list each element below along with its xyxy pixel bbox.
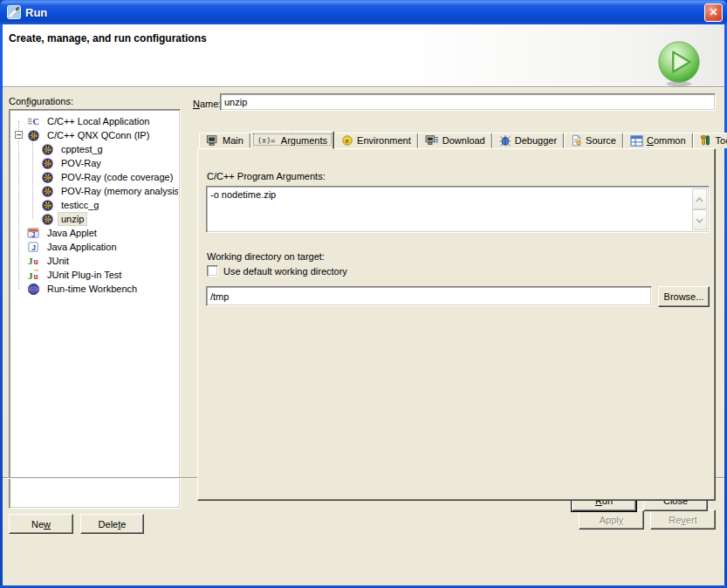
debugger-icon [499,134,511,147]
tree-item-label: testicc_g [58,199,101,211]
titlebar: Run ✕ [0,0,727,24]
banner-title: Create, manage, and run configurations [9,32,207,44]
textarea-scrollbar [692,188,707,230]
workbench-icon [27,283,41,296]
tab-arguments[interactable]: (x)=Arguments [250,131,334,149]
download-icon [425,134,439,147]
browse-button-label: Browse... [664,291,704,302]
tree-item-label: POV-Ray (code coverage) [58,171,175,183]
tree-item-java-applet[interactable]: JJava Applet [11,226,178,240]
scroll-down-button[interactable] [692,209,707,230]
new-button[interactable]: New [9,514,73,534]
tree-item-label: Java Applet [45,227,99,239]
tab-label: Arguments [281,135,327,146]
tree-item-label: JUnit [45,255,72,267]
tree-item-label: Java Application [45,241,120,253]
tree-item-pov-ray-memory-analysis[interactable]: POV-Ray (memory analysis) [11,184,178,198]
tree-item-testicc-g[interactable]: testicc_g [11,198,178,212]
program-arguments-textarea[interactable]: -o nodetime.zip [206,186,710,233]
close-icon: ✕ [709,6,717,18]
apply-button-label: Apply [600,515,624,525]
configurations-tree: CC/C++ Local ApplicationC/C++ QNX QConn … [9,109,181,509]
tab-label: Common [647,135,686,146]
tree-item-junit-plug-in-test[interactable]: JuJUnit Plug-in Test [11,268,178,282]
tree-item-pov-ray[interactable]: POV-Ray [11,156,178,170]
svg-text:J: J [28,270,33,281]
java-applet-icon: J [27,227,41,240]
run-dialog-icon [7,5,21,19]
collapse-toggle-icon[interactable] [15,131,23,139]
tree-item-cpptest-g[interactable]: cpptest_g [11,142,178,156]
svg-text:C: C [33,117,39,126]
tab-label: Download [442,135,485,146]
junit-plugin-icon: Ju [27,269,41,282]
svg-text:(x)=: (x)= [257,135,275,144]
chevron-up-icon [696,194,703,204]
tree-item-java-application[interactable]: JJava Application [11,240,178,254]
tree-item-label: POV-Ray (memory analysis) [58,185,178,197]
gear-icon [41,157,55,170]
revert-button[interactable]: Revert [650,509,716,530]
run-dialog-window: Run ✕ Create, manage, and run configurat… [0,0,727,588]
scroll-up-button[interactable] [692,188,707,209]
svg-text:J: J [31,243,36,251]
name-input[interactable] [220,93,716,111]
tab-label: Tools [716,135,727,146]
tree-item-label: C/C++ Local Application [45,115,152,127]
tab-main[interactable]: Main [199,133,250,148]
tab-label: Debugger [515,135,557,146]
tab-label: Main [223,135,243,146]
window-title: Run [25,6,704,19]
source-icon [571,134,582,147]
program-arguments-label: C/C++ Program Arguments: [207,171,326,181]
gear-icon [41,199,55,212]
tree-item-unzip[interactable]: unzip [11,212,178,226]
c-cpp-local-icon: C [27,115,41,128]
svg-text:J: J [28,256,33,266]
run-launch-icon [655,38,703,87]
browse-button[interactable]: Browse... [658,286,710,307]
working-directory-label: Working directory on target: [207,251,325,262]
svg-text:J: J [31,229,36,238]
tree-item-c-c-local-application[interactable]: CC/C++ Local Application [11,114,178,128]
tab-label: Environment [357,135,411,146]
new-button-label: New [31,519,51,530]
arguments-tab-panel: C/C++ Program Arguments: -o nodetime.zip… [197,148,716,501]
tree-item-label: JUnit Plug-in Test [45,269,124,281]
tab-tools[interactable]: Tools [693,133,727,148]
tab-download[interactable]: Download [418,133,492,148]
tree-item-label: Run-time Workbench [45,283,140,295]
tree-item-label: unzip [58,213,86,225]
tree-item-label: cpptest_g [58,143,106,155]
tree-item-c-c-qnx-qconn-ip[interactable]: C/C++ QNX QConn (IP) [11,128,178,142]
banner: Create, manage, and run configurations [3,24,724,87]
junit-icon: Ju [27,255,41,268]
tree-item-run-time-workbench[interactable]: Run-time Workbench [11,282,178,296]
tab-debugger[interactable]: Debugger [492,133,564,148]
configurations-label: Configurations: [9,96,73,106]
close-button[interactable]: ✕ [704,3,723,22]
tree-item-pov-ray-code-coverage[interactable]: POV-Ray (code coverage) [11,170,178,184]
apply-button[interactable]: Apply [579,509,644,530]
tab-environment[interactable]: eEnvironment [334,133,418,148]
computer-icon [206,134,219,147]
tab-common[interactable]: Common [623,133,693,148]
tools-icon [700,134,712,147]
delete-button[interactable]: Delete [80,514,144,534]
arguments-icon: (x)= [257,135,278,146]
tree-list: CC/C++ Local ApplicationC/C++ QNX QConn … [11,112,178,506]
dialog-content: Create, manage, and run configurations [3,24,724,585]
gear-icon [27,129,41,142]
tree-item-junit[interactable]: JuJUnit [11,254,178,268]
gear-icon [41,143,55,156]
program-arguments-value: -o nodetime.zip [210,189,689,200]
name-label: Name: [193,99,221,109]
svg-text:e: e [345,137,349,145]
environment-icon: e [341,134,353,147]
gear-icon [41,171,55,184]
tab-source[interactable]: Source [564,133,623,148]
tree-item-label: POV-Ray [58,157,104,169]
use-default-checkbox-label: Use default working directory [223,266,347,277]
use-default-checkbox[interactable] [207,265,218,277]
working-directory-input[interactable] [206,286,652,306]
